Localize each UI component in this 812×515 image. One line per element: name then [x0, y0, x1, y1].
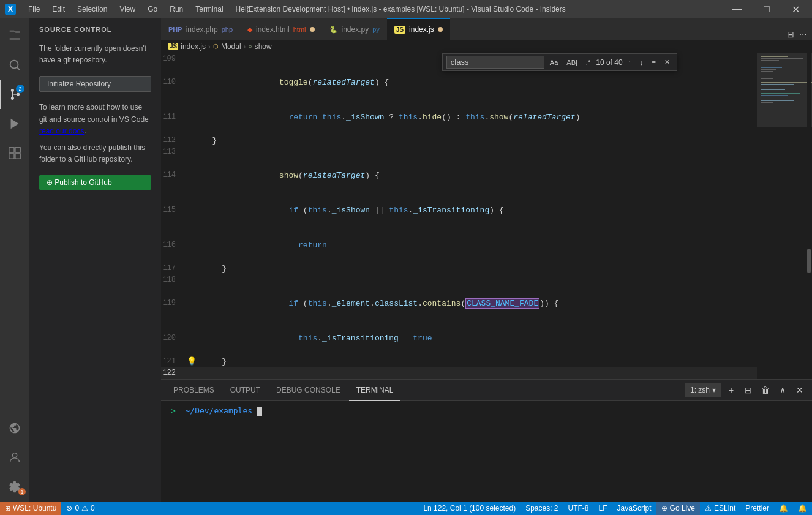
window-title: [Extension Development Host] • index.js …: [246, 5, 566, 13]
menu-run[interactable]: Run: [165, 4, 188, 15]
status-remote[interactable]: ⊞ WSL: Ubuntu: [0, 502, 61, 515]
line-number: 115: [161, 205, 186, 216]
status-position[interactable]: Ln 122, Col 1 (100 selected): [418, 502, 521, 515]
more-actions-icon[interactable]: ···: [799, 29, 807, 40]
panel-nav-up[interactable]: ∧: [775, 383, 790, 397]
activity-run[interactable]: [0, 109, 29, 138]
tab-py[interactable]: 🐍 index.py py: [322, 18, 387, 40]
find-input[interactable]: [446, 56, 544, 69]
activity-remote[interactable]: [0, 413, 29, 443]
tab-php[interactable]: PHP index.php php: [161, 18, 240, 40]
terminal-prompt-symbol: >_: [171, 406, 181, 415]
status-left: ⊞ WSL: Ubuntu ⊗ 0 ⚠ 0: [0, 502, 100, 515]
code-line-119: 119 if (this._element.classList.contains…: [161, 286, 757, 321]
minimap-scrollbar-thumb[interactable]: [807, 249, 811, 273]
code-editor[interactable]: 109 110 toggle(relatedTarget) {: [161, 53, 757, 379]
match-case-button[interactable]: Aa: [547, 58, 561, 67]
activity-settings[interactable]: 1: [0, 472, 29, 502]
activity-extensions[interactable]: [0, 138, 29, 168]
kill-terminal-button[interactable]: 🗑: [758, 383, 773, 397]
line-number: 112: [161, 135, 186, 146]
tab-js-modified-dot: [438, 27, 443, 32]
tab-html[interactable]: ◆ index.html html: [240, 18, 321, 40]
add-terminal-button[interactable]: +: [724, 383, 739, 397]
status-go-live[interactable]: ⊕ Go Live: [656, 502, 700, 515]
status-notifications[interactable]: 🔔: [793, 502, 812, 515]
status-prettier[interactable]: Prettier: [740, 502, 774, 515]
eslint-label: ESLint: [714, 504, 735, 513]
menu-go[interactable]: Go: [143, 4, 162, 15]
line-content: this._isTransitioning = true: [198, 321, 757, 356]
panel-tab-output[interactable]: OUTPUT: [223, 380, 268, 401]
minimize-button[interactable]: —: [724, 0, 749, 18]
activity-account[interactable]: [0, 443, 29, 472]
regex-button[interactable]: .*: [583, 58, 593, 67]
tab-actions: ⊟ ···: [782, 29, 812, 40]
panel-tab-problems[interactable]: PROBLEMS: [166, 380, 222, 401]
init-repo-label: Initialize Repository: [47, 80, 111, 88]
tab-php-label: index.php: [186, 25, 218, 34]
breadcrumb-class[interactable]: Modal: [221, 42, 241, 51]
terminal-panel: PROBLEMS OUTPUT DEBUG CONSOLE TERMINAL 1…: [161, 379, 812, 502]
find-close-button[interactable]: ✕: [661, 57, 673, 67]
breadcrumb-method[interactable]: show: [255, 42, 272, 51]
menu-file[interactable]: File: [23, 4, 45, 15]
line-number: 121: [161, 356, 186, 367]
panel-tabs: PROBLEMS OUTPUT DEBUG CONSOLE TERMINAL 1…: [161, 380, 812, 401]
read-docs-link[interactable]: read our docs: [39, 127, 84, 135]
menu-edit[interactable]: Edit: [47, 4, 70, 15]
activity-source-control[interactable]: 2: [0, 80, 29, 109]
publish-to-github-button[interactable]: ⊕ Publish to GitHub: [39, 175, 151, 190]
title-left: X File Edit Selection View Go Run Termin…: [5, 4, 255, 15]
sidebar: SOURCE CONTROL The folder currently open…: [29, 18, 161, 502]
breadcrumb-sep1: ›: [208, 42, 211, 51]
terminal-selector[interactable]: 1: zsh ▾: [685, 383, 721, 397]
activity-search[interactable]: [0, 50, 29, 80]
maximize-button[interactable]: □: [756, 0, 777, 18]
line-number: 116: [161, 239, 186, 251]
status-spaces[interactable]: Spaces: 2: [521, 502, 563, 515]
close-button[interactable]: ✕: [784, 0, 807, 18]
feedback-icon: 🔔: [779, 504, 788, 513]
menu-view[interactable]: View: [115, 4, 140, 15]
find-prev-button[interactable]: ↑: [625, 58, 635, 67]
status-feedback[interactable]: 🔔: [774, 502, 793, 515]
chevron-down-icon: ▾: [712, 386, 716, 394]
find-count: 10 of 40: [596, 58, 622, 67]
status-right: Ln 122, Col 1 (100 selected) Spaces: 2 U…: [418, 502, 812, 515]
eslint-icon: ⚠: [705, 504, 712, 513]
whole-word-button[interactable]: AB|: [563, 58, 581, 67]
panel-actions: 1: zsh ▾ + ⊟ 🗑 ∧ ✕: [685, 383, 807, 397]
breadcrumb-file[interactable]: index.js: [181, 42, 206, 51]
status-eol[interactable]: LF: [594, 502, 612, 515]
status-errors[interactable]: ⊗ 0 ⚠ 0: [61, 502, 99, 515]
prettier-label: Prettier: [745, 504, 769, 513]
tab-html-lang: html: [293, 26, 306, 33]
minimap: [757, 53, 812, 379]
find-next-button[interactable]: ↓: [637, 58, 647, 67]
panel-tab-debug-console[interactable]: DEBUG CONSOLE: [269, 380, 348, 401]
close-panel-button[interactable]: ✕: [792, 383, 807, 397]
hint-lightbulb[interactable]: 💡: [186, 356, 198, 367]
tab-js[interactable]: JS index.js: [387, 18, 450, 40]
panel-tab-terminal[interactable]: TERMINAL: [349, 380, 401, 401]
initialize-repository-button[interactable]: Initialize Repository: [39, 76, 151, 92]
line-content: return: [198, 228, 757, 263]
split-terminal-button[interactable]: ⊟: [741, 383, 756, 397]
terminal-content[interactable]: >_ ~/Dev/examples: [161, 401, 812, 502]
code-line-113: 113: [161, 146, 757, 158]
line-number: 110: [161, 77, 186, 88]
terminal-path: ~/Dev/examples: [185, 406, 252, 415]
menu-selection[interactable]: Selection: [72, 4, 112, 15]
menu-terminal[interactable]: Terminal: [190, 4, 228, 15]
status-encoding[interactable]: UTF-8: [563, 502, 594, 515]
line-content: if (this._element.classList.contains(CLA…: [198, 286, 757, 321]
split-editor-icon[interactable]: ⊟: [787, 29, 794, 39]
status-language[interactable]: JavaScript: [612, 502, 656, 515]
code-line-111: 111 return this._isShown ? this.hide() :…: [161, 100, 757, 135]
svg-point-12: [12, 453, 17, 457]
activity-explorer[interactable]: [0, 21, 29, 50]
find-lines-button[interactable]: ≡: [649, 58, 659, 67]
status-eslint[interactable]: ⚠ ESLint: [700, 502, 740, 515]
line-number: 113: [161, 146, 186, 158]
